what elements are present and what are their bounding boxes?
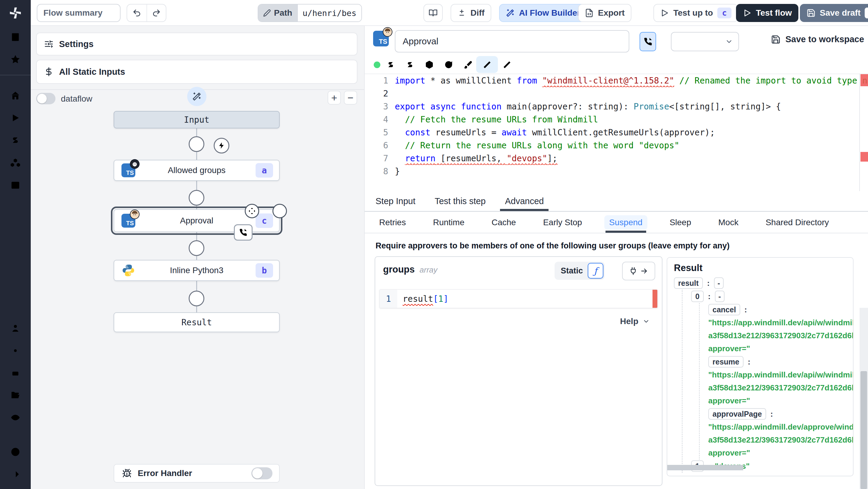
topbar: Path u/henri/bes Diff AI Flow Builder Ex… [31, 0, 868, 26]
avatar [383, 27, 393, 37]
expand-arrow-icon[interactable] [0, 463, 31, 485]
zoom-in-button[interactable]: + [328, 91, 341, 104]
groups-expression-editor[interactable]: 1 result[1] [379, 289, 658, 308]
dollar-icon[interactable] [404, 59, 416, 70]
tab-test-this-step[interactable]: Test this step [435, 191, 486, 211]
folders-icon[interactable] [0, 384, 31, 406]
dataflow-label: dataflow [61, 94, 92, 104]
star-icon[interactable] [0, 48, 31, 70]
undo-button[interactable] [127, 4, 147, 22]
collapse-toggle[interactable]: - [715, 291, 724, 302]
node-result[interactable]: Result [114, 312, 280, 332]
ai-flow-builder-button[interactable]: AI Flow Builder [499, 4, 587, 22]
add-step-button[interactable] [189, 136, 204, 152]
subtab-shared-directory[interactable]: Shared Directory [761, 212, 834, 233]
move-step-button[interactable] [245, 204, 259, 218]
plug-icon [629, 267, 638, 275]
node-label: Input [114, 115, 279, 125]
step-id-badge: b [255, 263, 273, 278]
flow-summary-input[interactable] [37, 4, 121, 22]
wand-sparkles-icon [192, 92, 202, 101]
flow-settings-button[interactable]: Settings [36, 33, 358, 56]
help-toggle[interactable]: Help [620, 316, 650, 326]
code-editor[interactable]: 1import * as wmillClient from "windmill-… [365, 73, 868, 191]
subtab-mock[interactable]: Mock [713, 212, 743, 233]
test-up-to-button[interactable]: Test up to c [653, 4, 738, 22]
tab-advanced[interactable]: Advanced [505, 191, 544, 211]
all-static-inputs-button[interactable]: All Static Inputs [36, 60, 358, 84]
variables-dollar-icon[interactable] [0, 129, 31, 151]
connect-input-button[interactable] [622, 262, 655, 280]
dataflow-toggle[interactable] [36, 93, 56, 104]
tab-step-input[interactable]: Step Input [375, 191, 415, 211]
save-to-workspace-button[interactable]: Save to workspace [771, 34, 864, 44]
user-icon[interactable] [0, 317, 31, 339]
step-tabs: Step InputTest this stepAdvanced [365, 191, 868, 212]
node-label: Result [114, 317, 279, 328]
subtab-retries[interactable]: Retries [374, 212, 411, 233]
result-value: "https://app.windmill.dev/approve/windmi… [708, 421, 853, 433]
node-inline-python3[interactable]: Inline Python3 b [114, 260, 280, 281]
add-step-button[interactable] [189, 190, 204, 206]
ai-assistant-wand-button[interactable] [476, 56, 498, 73]
audit-eye-icon[interactable] [0, 406, 31, 429]
windmill-logo[interactable] [0, 0, 31, 26]
result-key-pill[interactable]: cancel [708, 304, 740, 315]
result-key-pill[interactable]: approvalPage [708, 408, 766, 420]
result-tree: result:-0:-cancel:"https://app.windmill.… [674, 276, 853, 473]
editor-ruler-divider [859, 73, 860, 191]
add-step-button[interactable] [189, 291, 204, 306]
test-flow-button[interactable]: Test flow [736, 4, 798, 22]
error-handler-card[interactable]: Error Handler [114, 464, 280, 483]
path-button[interactable]: Path [258, 4, 297, 22]
result-key-pill[interactable]: result [674, 277, 703, 289]
zoom-out-button[interactable]: − [344, 91, 357, 104]
suspend-phone-button[interactable] [640, 32, 656, 51]
error-handler-toggle[interactable] [251, 467, 273, 479]
diff-button[interactable]: Diff [451, 4, 491, 22]
line-number: 2 [365, 87, 388, 100]
dollar-icon[interactable] [384, 59, 397, 70]
subtab-suspend[interactable]: Suspend [604, 212, 647, 233]
subtab-runtime[interactable]: Runtime [428, 212, 469, 233]
subtab-early-stop[interactable]: Early Stop [538, 212, 587, 233]
path-label: Path [274, 8, 292, 18]
schedules-calendar-icon[interactable] [0, 174, 31, 196]
docs-book-button[interactable] [424, 4, 443, 22]
settings-gear-icon[interactable] [0, 339, 31, 362]
format-brush-icon[interactable] [462, 59, 474, 70]
resources-boxes-icon[interactable] [0, 151, 31, 174]
library-icon[interactable] [838, 59, 850, 70]
add-trigger-lightning-button[interactable] [214, 138, 229, 153]
result-value: approver=" [708, 342, 853, 355]
node-input[interactable]: Input [114, 111, 280, 128]
node-allowed-groups[interactable]: TS Allowed groups a [114, 160, 280, 181]
vertical-scrollbar[interactable] [861, 371, 867, 489]
help-icon[interactable] [0, 441, 31, 463]
reload-icon[interactable] [442, 59, 455, 70]
save-draft-button[interactable]: Save draft C [800, 4, 868, 22]
subtab-cache[interactable]: Cache [487, 212, 521, 233]
horizontal-scrollbar[interactable] [667, 465, 743, 470]
path-value[interactable]: u/henri/bes [297, 4, 361, 22]
redo-button[interactable] [147, 4, 166, 22]
add-step-button[interactable] [189, 240, 204, 256]
delete-step-button[interactable] [273, 204, 287, 218]
dollar-icon [44, 67, 54, 77]
package-icon[interactable] [423, 59, 435, 70]
result-key-pill[interactable]: 0 [691, 291, 704, 302]
runs-play-icon[interactable] [0, 107, 31, 129]
play-icon [743, 8, 752, 18]
result-key-pill[interactable]: resume [708, 356, 744, 367]
workers-robot-icon[interactable] [0, 362, 31, 384]
export-button[interactable]: Export [578, 4, 631, 22]
tag-select-dropdown[interactable] [671, 32, 739, 51]
function-mode-button[interactable]: ƒ [588, 263, 603, 279]
building-icon[interactable] [0, 26, 31, 48]
subtab-sleep[interactable]: Sleep [665, 212, 696, 233]
step-name-input[interactable] [395, 30, 629, 53]
collapse-toggle[interactable]: - [714, 277, 724, 289]
ai-edit-flow-button[interactable] [187, 87, 207, 106]
wand-off-icon[interactable] [501, 59, 513, 70]
home-icon[interactable] [0, 84, 31, 107]
